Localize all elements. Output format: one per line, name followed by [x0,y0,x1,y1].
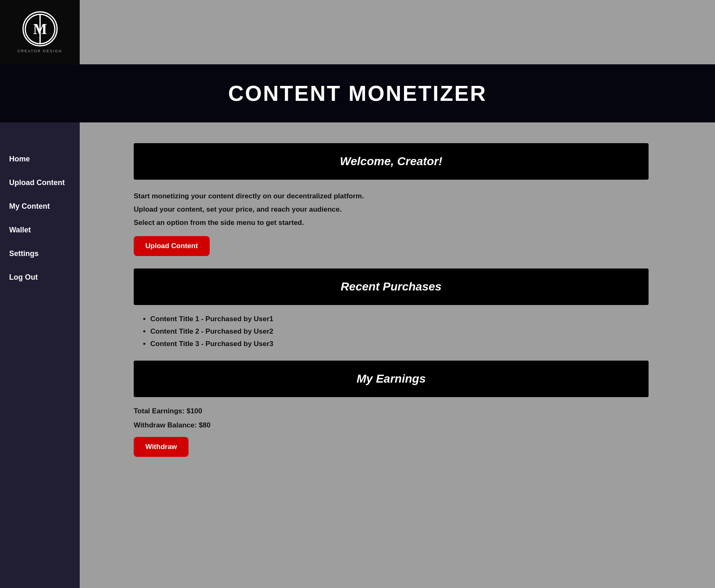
purchase-item-2: Content Title 2 - Purchased by User2 [150,327,649,336]
recent-purchases-header: Recent Purchases [134,268,649,305]
sidebar-item-wallet[interactable]: Wallet [0,218,80,242]
svg-text:M: M [33,20,47,37]
purchase-item-3: Content Title 3 - Purchased by User3 [150,340,649,348]
recent-purchases-heading: Recent Purchases [341,280,442,293]
main-content: Welcome, Creator! Start monetizing your … [80,122,715,588]
logo-svg: M [24,12,56,46]
sidebar: Home Upload Content My Content Wallet Se… [0,122,80,588]
purchases-list: Content Title 1 - Purchased by User1 Con… [134,315,649,348]
sidebar-item-settings[interactable]: Settings [0,242,80,266]
header-banner: CONTENT MONETIZER [0,64,715,122]
my-earnings-heading: My Earnings [357,372,426,385]
welcome-line1: Start monetizing your content directly o… [134,192,649,200]
sidebar-item-upload-content[interactable]: Upload Content [0,171,80,195]
welcome-header: Welcome, Creator! [134,143,649,180]
sidebar-item-logout[interactable]: Log Out [0,266,80,289]
app-title: CONTENT MONETIZER [228,81,487,106]
welcome-line2: Upload your content, set your price, and… [134,205,649,214]
upload-content-button[interactable]: Upload Content [134,236,210,256]
total-earnings: Total Earnings: $100 [134,407,649,415]
logo-tagline: CREATOR DESIGN [17,49,62,53]
withdraw-button[interactable]: Withdraw [134,437,189,457]
withdraw-balance: Withdraw Balance: $80 [134,421,649,429]
logo-container: M CREATOR DESIGN [0,0,80,64]
my-earnings-header: My Earnings [134,361,649,397]
welcome-heading: Welcome, Creator! [340,155,443,168]
purchase-item-1: Content Title 1 - Purchased by User1 [150,315,649,323]
logo-icon: M [22,11,58,46]
welcome-line3: Select an option from the side menu to g… [134,219,649,227]
sidebar-item-home[interactable]: Home [0,147,80,171]
sidebar-item-my-content[interactable]: My Content [0,195,80,218]
